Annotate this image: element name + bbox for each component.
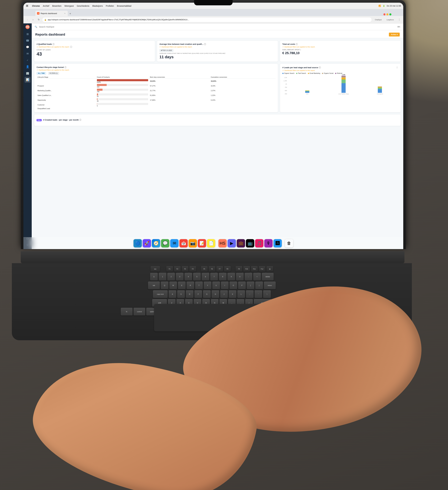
menu-geschiedenis[interactable]: Geschiedenis — [77, 5, 89, 7]
dock-icon-hubspot[interactable]: HS — [218, 239, 227, 247]
key-delete[interactable]: delete — [262, 273, 274, 280]
key-j[interactable]: J — [220, 290, 228, 298]
key-3[interactable]: 3 — [176, 273, 184, 280]
key-f10[interactable]: F10 — [243, 266, 250, 272]
dock-icon-appletv[interactable]: 📺 — [246, 239, 254, 247]
key-f5[interactable]: F5 — [201, 266, 208, 272]
menu-weergave[interactable]: Weergave — [64, 5, 74, 7]
key-return[interactable]: return — [264, 281, 276, 289]
key-f3[interactable]: F3 — [182, 266, 188, 272]
key-e[interactable]: E — [178, 281, 186, 289]
key-p[interactable]: P — [238, 281, 246, 289]
key-f1[interactable]: F1 — [166, 266, 173, 272]
key-l[interactable]: L — [237, 290, 245, 298]
dock-icon-calendar[interactable]: 📅 — [179, 239, 188, 247]
key-7[interactable]: 7 — [210, 273, 218, 280]
dock-icon-slack[interactable]: 💼 — [237, 239, 245, 247]
new-tab-button[interactable]: + — [68, 11, 73, 16]
filters-badge[interactable]: FILTERS (1) — [48, 72, 59, 75]
key-equals[interactable]: = — [253, 273, 261, 280]
key-r[interactable]: R — [186, 281, 194, 289]
key-9[interactable]: 9 — [228, 273, 235, 280]
sidebar-item-contacts[interactable]: ☎ — [25, 38, 31, 44]
dock-icon-trash[interactable]: 🗑 — [285, 239, 293, 247]
sidebar-item-tasks[interactable]: ✓ — [25, 57, 31, 63]
key-5[interactable]: 5 — [193, 273, 201, 280]
key-tab[interactable]: tab — [148, 281, 160, 289]
key-2[interactable]: 2 — [167, 273, 175, 280]
forward-button[interactable]: › — [31, 18, 35, 22]
dock-icon-loom[interactable]: ▶ — [228, 239, 236, 247]
dock-icon-photos[interactable]: 📷 — [189, 239, 197, 247]
info-icon-2[interactable]: i — [70, 46, 72, 48]
leads-per-stage-info-icon[interactable]: i — [319, 66, 321, 69]
key-fn[interactable]: fn — [121, 308, 133, 315]
key-esc[interactable]: esc — [151, 266, 160, 272]
menu-bewerken[interactable]: Bewerken — [52, 5, 61, 7]
key-4[interactable]: 4 — [185, 273, 192, 280]
key-w[interactable]: W — [169, 281, 177, 289]
key-a[interactable]: A — [169, 290, 176, 298]
created-leads-info-icon[interactable]: i — [79, 119, 81, 121]
avg-time-info-icon[interactable]: i — [204, 43, 206, 45]
key-u[interactable]: U — [212, 281, 220, 289]
extensions-button[interactable]: ⋮ — [397, 18, 401, 22]
key-backtick[interactable]: § — [150, 273, 158, 280]
sidebar-item-email[interactable]: ✉ — [25, 51, 31, 57]
dock-icon-podcasts[interactable]: 🎙 — [264, 239, 273, 247]
key-f6[interactable]: F6 — [209, 266, 215, 272]
key-arrow-left[interactable]: ◂ — [278, 308, 286, 315]
key-o[interactable]: O — [229, 281, 237, 289]
key-i[interactable]: I — [221, 281, 228, 289]
dock-icon-appstore[interactable]: 🅰 — [273, 239, 282, 247]
key-f[interactable]: F — [194, 290, 202, 298]
app-name-menu[interactable]: Chrome — [32, 5, 40, 7]
sidebar-item-reports[interactable]: 📊 — [25, 77, 31, 83]
window-close-button[interactable] — [383, 13, 386, 15]
all-time-badge[interactable]: ALL TIME — [37, 72, 46, 75]
actions-button[interactable]: Acties ▾ — [389, 33, 400, 36]
sidebar-item-contacts-list[interactable]: 👤 — [25, 64, 31, 70]
key-y[interactable]: Y — [204, 281, 211, 289]
tab-close-button[interactable]: × — [64, 12, 66, 15]
key-semicolon[interactable]: ; — [246, 290, 254, 298]
key-t[interactable]: T — [195, 281, 203, 289]
key-arrow-right[interactable]: ▸ — [295, 308, 303, 315]
key-f11[interactable]: F11 — [251, 266, 258, 272]
key-8[interactable]: 8 — [219, 273, 227, 280]
sidebar-item-conversations[interactable]: 💬 — [25, 44, 31, 50]
chatspot-button[interactable]: ChatSpot — [373, 18, 383, 22]
key-6[interactable]: 6 — [202, 273, 209, 280]
key-rbracket[interactable]: ] — [255, 281, 263, 289]
back-button[interactable]: ‹ — [25, 18, 30, 22]
ad-costs-info-icon[interactable]: i — [296, 43, 298, 45]
key-f12[interactable]: F12 — [259, 266, 265, 272]
key-quote[interactable]: ' — [254, 290, 262, 298]
menu-profielen[interactable]: Profielen — [106, 5, 114, 7]
address-bar[interactable]: 🔒 app.hubspot.com/reports-dashboard/7208… — [42, 17, 372, 22]
funnel-info-icon[interactable]: i — [64, 66, 67, 68]
dock-icon-finder[interactable]: 🔵 — [134, 239, 142, 247]
window-minimize-button[interactable] — [386, 13, 389, 15]
key-1[interactable]: 1 — [159, 273, 166, 280]
key-arrow-down[interactable]: ▾ — [287, 312, 294, 315]
options-icon[interactable]: ⋮ — [396, 66, 398, 69]
key-lbracket[interactable]: [ — [247, 281, 254, 289]
key-d[interactable]: D — [186, 290, 194, 298]
key-power[interactable]: ⏻ — [266, 266, 273, 272]
key-g[interactable]: G — [203, 290, 211, 298]
dock-icon-music[interactable]: 🎵 — [255, 239, 263, 247]
key-q[interactable]: Q — [161, 281, 169, 289]
reload-button[interactable]: ↻ — [36, 18, 41, 22]
info-icon[interactable]: i — [52, 43, 55, 45]
chrome-tab-reports[interactable]: H Reports dashboard × — [35, 11, 68, 16]
dock-icon-reminders[interactable]: 📝 — [198, 239, 206, 247]
key-f8[interactable]: F8 — [224, 266, 231, 272]
dock-icon-messages[interactable]: 💬 — [161, 239, 169, 247]
key-arrow-up[interactable]: ▴ — [287, 308, 294, 311]
key-k[interactable]: K — [229, 290, 237, 298]
menu-bladwijzers[interactable]: Bladwijzers — [92, 5, 103, 7]
dock-icon-launchpad[interactable]: 🚀 — [143, 239, 151, 247]
key-h[interactable]: H — [211, 290, 219, 298]
window-maximize-button[interactable] — [389, 13, 391, 15]
